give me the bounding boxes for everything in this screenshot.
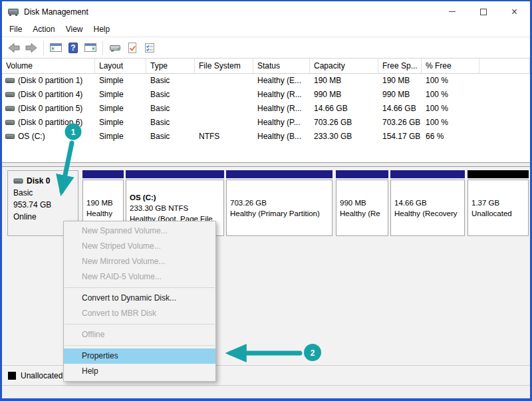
- maximize-button[interactable]: [467, 1, 499, 22]
- table-cell[interactable]: 100 %: [422, 102, 479, 116]
- partition-color-bar: [336, 170, 388, 178]
- table-row-volume[interactable]: (Disk 0 partition 6): [2, 116, 95, 130]
- table-row-volume[interactable]: (Disk 0 partition 1): [2, 74, 95, 88]
- menu-item-new-spanned-volume: New Spanned Volume...: [64, 223, 215, 239]
- table-cell[interactable]: 703.26 GB: [378, 116, 422, 130]
- partition-block-4[interactable]: 990 MB Healthy (Re: [336, 170, 388, 236]
- table-cell[interactable]: 100 %: [422, 74, 479, 88]
- table-row-volume[interactable]: (Disk 0 partition 4): [2, 88, 95, 102]
- table-cell[interactable]: [195, 116, 253, 130]
- column-header-empty: [479, 59, 530, 74]
- table-cell-empty: [479, 88, 530, 102]
- menu-item-help[interactable]: Help: [64, 364, 215, 379]
- menu-item-convert-to-dynamic-disk[interactable]: Convert to Dynamic Disk...: [64, 291, 215, 306]
- table-cell[interactable]: Simple: [95, 88, 146, 102]
- table-cell[interactable]: 100 %: [422, 116, 479, 130]
- partition-color-bar: [390, 170, 465, 178]
- table-cell[interactable]: 990 MB: [378, 88, 422, 102]
- table-cell[interactable]: Simple: [95, 116, 146, 130]
- column-header-percent-free[interactable]: % Free: [422, 59, 479, 74]
- forward-button[interactable]: [23, 39, 40, 57]
- table-cell[interactable]: Simple: [95, 74, 146, 88]
- disk-context-menu: New Spanned Volume... New Striped Volume…: [63, 221, 216, 382]
- table-cell[interactable]: 190 MB: [378, 74, 422, 88]
- check-document-button[interactable]: [124, 39, 141, 57]
- menu-item-new-mirrored-volume: New Mirrored Volume...: [64, 254, 215, 269]
- table-cell[interactable]: Basic: [146, 102, 195, 116]
- table-cell[interactable]: 14.66 GB: [310, 102, 378, 116]
- partition-size: 190 MB: [86, 198, 120, 208]
- column-header-capacity[interactable]: Capacity: [310, 59, 378, 74]
- table-cell[interactable]: NTFS: [195, 130, 253, 144]
- menu-action[interactable]: Action: [27, 23, 60, 36]
- app-icon: [8, 7, 19, 17]
- disk-label: Disk 0: [27, 175, 50, 187]
- partition-status: Healthy (Re: [340, 208, 384, 219]
- table-cell[interactable]: Basic: [146, 88, 195, 102]
- table-cell-empty: [479, 74, 530, 88]
- minimize-button[interactable]: [436, 1, 467, 22]
- table-cell[interactable]: [195, 74, 253, 88]
- panel-splitter[interactable]: [2, 162, 530, 167]
- help-icon: ?: [67, 42, 79, 54]
- partition-block-5[interactable]: 14.66 GB Healthy (Recovery: [390, 170, 465, 236]
- table-cell[interactable]: Basic: [146, 74, 195, 88]
- partition-status: Unallocated: [471, 208, 525, 219]
- menu-file[interactable]: File: [4, 23, 27, 36]
- column-header-free-space[interactable]: Free Sp...: [378, 59, 422, 74]
- table-cell[interactable]: 190 MB: [310, 74, 378, 88]
- column-header-file-system[interactable]: File System: [195, 59, 253, 74]
- back-button[interactable]: [5, 39, 23, 57]
- help-button[interactable]: ?: [65, 39, 82, 57]
- table-cell[interactable]: 14.66 GB: [378, 102, 422, 116]
- table-row-volume[interactable]: (Disk 0 partition 5): [2, 102, 95, 116]
- table-cell[interactable]: [195, 88, 253, 102]
- show-action-pane-button[interactable]: [82, 39, 99, 57]
- menu-item-convert-to-mbr-disk: Convert to MBR Disk: [64, 306, 215, 321]
- column-header-volume[interactable]: Volume: [2, 59, 95, 74]
- menu-view[interactable]: View: [61, 23, 88, 36]
- menu-help[interactable]: Help: [88, 23, 116, 36]
- partition-block-3[interactable]: 703.26 GB Healthy (Primary Partition): [226, 170, 332, 236]
- table-cell[interactable]: 703.26 GB: [310, 116, 378, 130]
- table-cell[interactable]: Simple: [95, 130, 146, 144]
- table-cell[interactable]: 233.30 GB: [310, 130, 378, 144]
- volume-icon: [5, 105, 15, 112]
- table-cell[interactable]: 100 %: [422, 88, 479, 102]
- table-cell[interactable]: 990 MB: [310, 88, 378, 102]
- table-cell-empty: [479, 116, 530, 130]
- toolbar-separator: [102, 41, 103, 55]
- checklist-button[interactable]: [141, 39, 158, 57]
- partition-size: 703.26 GB: [230, 198, 329, 208]
- table-cell[interactable]: 66 %: [422, 130, 479, 144]
- table-cell[interactable]: [195, 102, 253, 116]
- column-header-type[interactable]: Type: [146, 59, 195, 74]
- menu-item-properties[interactable]: Properties: [64, 348, 215, 364]
- table-cell[interactable]: Simple: [95, 102, 146, 116]
- table-cell[interactable]: Healthy (E...: [253, 74, 310, 88]
- table-cell[interactable]: 154.17 GB: [378, 130, 422, 144]
- column-header-status[interactable]: Status: [253, 59, 310, 74]
- column-header-layout[interactable]: Layout: [95, 59, 146, 74]
- table-cell[interactable]: Healthy (B...: [253, 130, 310, 144]
- back-arrow-icon: [7, 42, 21, 54]
- table-cell[interactable]: Healthy (R...: [253, 88, 310, 102]
- disk-device-button[interactable]: [106, 39, 124, 57]
- check-document-icon: [126, 42, 138, 54]
- console-tree-icon: [49, 42, 63, 53]
- table-cell[interactable]: Healthy (P...: [253, 116, 310, 130]
- close-button[interactable]: ×: [499, 1, 530, 22]
- table-cell[interactable]: Basic: [146, 130, 195, 144]
- partition-size: 990 MB: [340, 198, 384, 208]
- show-console-tree-button[interactable]: [47, 39, 65, 57]
- table-cell[interactable]: Basic: [146, 116, 195, 130]
- menu-separator: [65, 287, 215, 288]
- table-cell[interactable]: Healthy (R...: [253, 102, 310, 116]
- volume-icon: [5, 119, 15, 126]
- disk-device-icon: [108, 43, 122, 53]
- menu-item-new-striped-volume: New Striped Volume...: [64, 239, 215, 254]
- partition-block-unallocated[interactable]: 1.37 GB Unallocated: [467, 170, 529, 236]
- menu-item-offline: Offline: [64, 327, 215, 342]
- table-row-volume[interactable]: OS (C:): [2, 130, 95, 144]
- toolbar-separator: [43, 41, 44, 55]
